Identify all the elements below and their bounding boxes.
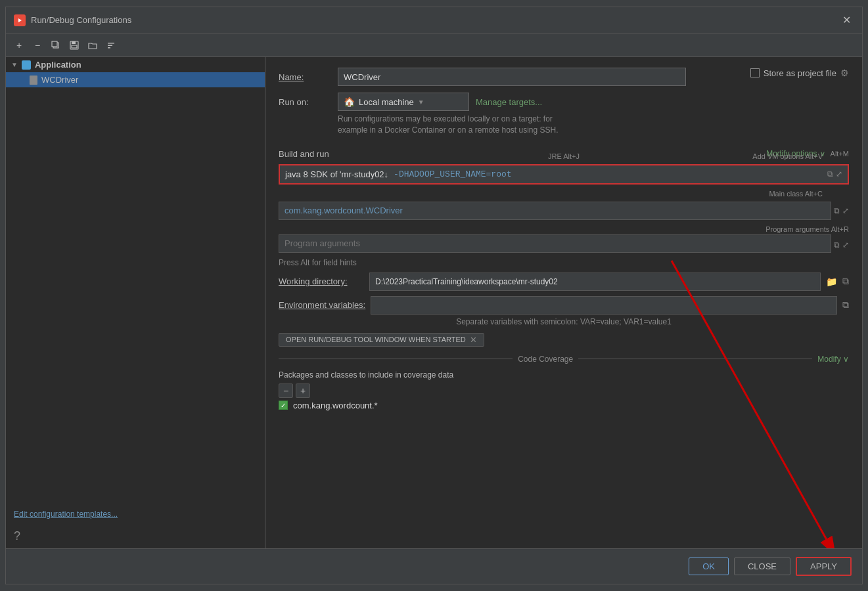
prog-args-label: Program arguments Alt+R (765, 225, 849, 233)
run-on-info: Run configurations may be executed local… (338, 114, 849, 136)
chip-close-button[interactable]: ✕ (470, 335, 477, 345)
coverage-entry-label: com.kang.wordcount.* (293, 401, 378, 410)
main-class-label: Main class Alt+C (769, 190, 823, 198)
apply-button[interactable]: APPLY (796, 557, 852, 576)
main-content: ▼ Application WCDriver Edit configuratio… (6, 57, 862, 548)
sidebar-item-label: WCDriver (41, 75, 78, 85)
dialog-footer: OK CLOSE APPLY (6, 548, 862, 584)
tool-window-chip: OPEN RUN/DEBUG TOOL WINDOW WHEN STARTED … (279, 333, 484, 347)
sort-config-button[interactable] (103, 37, 119, 53)
code-coverage-title: Code Coverage (518, 355, 573, 364)
env-label: Environment variables: (279, 300, 365, 310)
coverage-controls: − + (279, 383, 849, 398)
sidebar-group-label: Application (35, 60, 81, 70)
env-copy-icon[interactable]: ⧉ (842, 299, 849, 311)
ok-button[interactable]: OK (689, 558, 729, 575)
coverage-checkbox[interactable]: ✓ (279, 401, 288, 410)
code-coverage-section-header: Code Coverage Modify ∨ (279, 355, 849, 364)
vm-options-input[interactable] (394, 169, 822, 179)
jre-vm-options-box: java 8 SDK of 'mr-study02↓ ⧉ ⤢ (279, 164, 849, 185)
open-config-button[interactable] (85, 37, 101, 53)
copy-main-class-icon[interactable]: ⧉ (834, 206, 840, 215)
run-on-row: Run on: 🏠 Local machine ▼ Manage targets… (279, 93, 849, 111)
coverage-add-button[interactable]: + (296, 383, 310, 398)
sidebar-item-wcdriver[interactable]: WCDriver (6, 72, 265, 87)
close-button[interactable]: CLOSE (734, 558, 790, 575)
svg-rect-6 (72, 45, 77, 48)
wd-input[interactable] (369, 273, 821, 291)
dialog-title: Run/Debug Configurations (31, 15, 838, 25)
jre-label: JRE Alt+J (548, 152, 580, 160)
manage-targets-link[interactable]: Manage targets... (476, 97, 542, 107)
jre-select[interactable]: java 8 SDK of 'mr-study02↓ (285, 169, 388, 179)
chip-label: OPEN RUN/DEBUG TOOL WINDOW WHEN STARTED (286, 336, 466, 343)
file-icon (30, 76, 37, 85)
run-on-dropdown-icon: ▼ (418, 98, 424, 106)
store-project-file-checkbox[interactable] (750, 68, 760, 77)
save-config-button[interactable] (66, 37, 82, 53)
divider-left (279, 359, 513, 359)
app-icon (14, 14, 26, 26)
modify-shortcut: Alt+M (831, 150, 849, 158)
sidebar-group-application[interactable]: ▼ Application (6, 57, 265, 72)
wd-copy-icon[interactable]: ⧉ (842, 276, 849, 287)
working-directory-row: Working directory: 📁 ⧉ (279, 273, 849, 291)
expand-vm-icon[interactable]: ⤢ (836, 169, 842, 179)
run-debug-dialog: Run/Debug Configurations ✕ + − (5, 7, 863, 584)
add-vm-label: Add VM options Alt+V (752, 152, 823, 160)
application-icon (22, 60, 31, 70)
coverage-entry: ✓ com.kang.wordcount.* (279, 401, 849, 410)
svg-rect-3 (52, 41, 57, 47)
sidebar: ▼ Application WCDriver Edit configuratio… (6, 57, 265, 548)
store-settings-icon[interactable]: ⚙ (840, 68, 849, 78)
main-class-input[interactable] (279, 202, 831, 220)
copy-config-button[interactable] (48, 37, 64, 53)
expand-main-class-icon[interactable]: ⤢ (842, 206, 849, 215)
env-vars-row: Environment variables: ⧉ (279, 296, 849, 315)
wd-browse-icon[interactable]: 📁 (826, 276, 837, 287)
code-coverage-modify-link[interactable]: Modify ∨ (817, 355, 849, 364)
local-machine-label: Local machine (359, 97, 414, 107)
run-on-label: Run on: (279, 97, 331, 107)
coverage-remove-button[interactable]: − (279, 383, 293, 398)
run-on-select[interactable]: 🏠 Local machine ▼ (338, 93, 469, 111)
expand-prog-args-icon[interactable]: ⤢ (842, 240, 849, 250)
store-project-file-row: Store as project file ⚙ (750, 68, 849, 78)
title-bar: Run/Debug Configurations ✕ (6, 7, 862, 33)
wd-label: Working directory: (279, 276, 364, 286)
edit-templates-link[interactable]: Edit configuration templates... (6, 504, 265, 524)
packages-label: Packages and classes to include in cover… (279, 370, 849, 380)
close-window-button[interactable]: ✕ (838, 12, 854, 28)
prog-args-input[interactable] (279, 234, 831, 253)
toolbar: + − (6, 33, 862, 57)
build-run-title: Build and run (279, 149, 329, 159)
press-alt-hint: Press Alt for field hints (279, 258, 849, 267)
sep-hint: Separate variables with semicolon: VAR=v… (279, 317, 849, 326)
name-input[interactable] (338, 68, 686, 86)
store-project-file-label: Store as project file (764, 68, 836, 78)
add-config-button[interactable]: + (11, 37, 27, 53)
help-button[interactable]: ? (14, 529, 20, 543)
name-label: Name: (279, 72, 331, 82)
remove-config-button[interactable]: − (30, 37, 45, 53)
tool-window-chip-row: OPEN RUN/DEBUG TOOL WINDOW WHEN STARTED … (279, 333, 849, 355)
chevron-down-icon: ▼ (11, 61, 18, 68)
right-panel: Store as project file ⚙ Name: Run on: 🏠 … (265, 57, 862, 548)
copy-vm-icon[interactable]: ⧉ (827, 169, 833, 179)
env-input[interactable] (371, 296, 837, 315)
jre-value: java 8 SDK of 'mr-study02↓ (285, 169, 388, 179)
svg-rect-5 (72, 41, 76, 44)
divider-right (578, 359, 812, 359)
copy-prog-args-icon[interactable]: ⧉ (834, 240, 840, 250)
